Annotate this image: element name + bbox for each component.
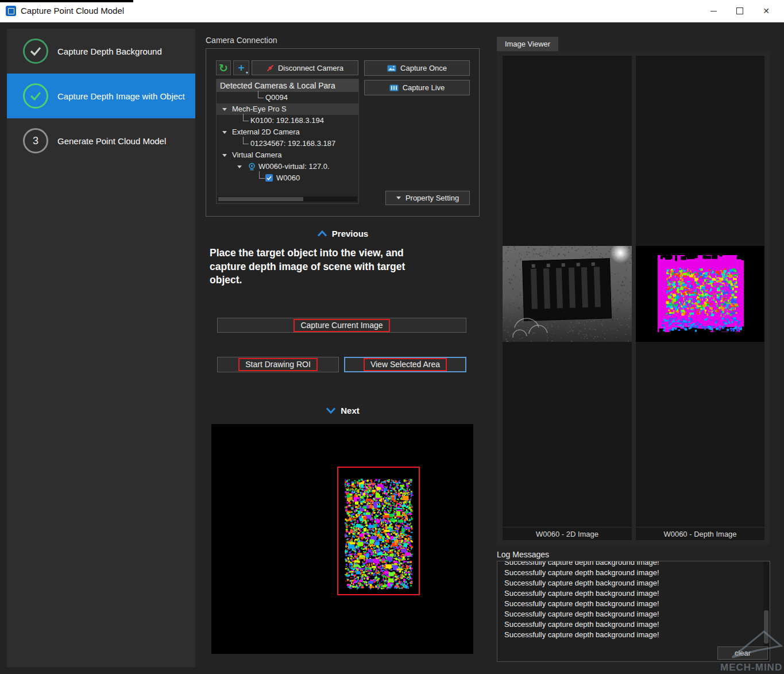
tree-item-w0060[interactable]: W0060 [217,172,358,184]
tree-item-external-2d-camera[interactable]: External 2D Camera [217,126,358,138]
step2-check-icon [23,83,48,109]
view-selected-area-button[interactable]: View Selected Area [344,357,466,372]
expand-arrow-icon [222,131,227,134]
tree-horizontal-scrollbar[interactable] [218,197,357,202]
log-line: Successfully capture depth background im… [497,561,770,568]
tutorial-highlight: Capture Current Image [293,319,389,332]
tree-line [259,171,265,179]
step-capture-depth-background[interactable]: Capture Depth Background [7,29,195,74]
tree-item-mech-eye-pro-s[interactable]: Mech-Eye Pro S [217,103,358,115]
refresh-cameras-button[interactable]: ↻ [216,60,231,75]
log-line: Successfully capture depth background im… [497,609,770,619]
checkbox-checked[interactable] [265,174,273,182]
image-viewer-panel: W0060 - 2D Image W0060 - Depth Image [497,51,770,545]
previous-step-link[interactable]: Previous [206,229,480,238]
maximize-button[interactable] [727,0,753,22]
tree-item-01234567[interactable]: 01234567: 192.168.3.187 [217,138,358,149]
tree-item-w0060-virtual[interactable]: W0060-virtual: 127.0. [217,161,358,172]
refresh-icon: ↻ [219,61,228,75]
disconnect-icon [267,64,274,72]
log-line: Successfully capture depth background im… [497,568,770,578]
webcam-icon [248,163,256,171]
camera-tree: Detected Cameras & Local Para Q0094 Mech… [216,79,359,204]
log-line: Successfully capture depth background im… [497,578,770,588]
tutorial-highlight: Start Drawing ROI [238,358,318,371]
image-icon [387,65,396,72]
tree-line [243,137,249,144]
next-step-link[interactable]: Next [206,406,480,415]
2d-image [503,246,632,342]
tab-image-viewer[interactable]: Image Viewer [497,37,558,51]
watermark-text: MECH-MIND [720,662,782,673]
capture-live-button[interactable]: Capture Live [364,80,470,95]
step2-label: Capture Depth Image with Object [57,74,185,118]
log-line: Successfully capture depth background im… [497,599,770,609]
tree-item-virtual-camera[interactable]: Virtual Camera [217,149,358,161]
chevron-down-icon [326,407,336,414]
expand-arrow-icon [222,108,227,111]
step3-number-icon: 3 [23,128,48,153]
window-title: Capture Point Cloud Model [21,0,124,22]
disconnect-camera-button[interactable]: Disconnect Camera [252,60,358,75]
camera-connection-title: Camera Connection [206,36,277,45]
chevron-down-icon [396,197,401,199]
capture-current-image-button[interactable]: Capture Current Image [217,318,466,333]
camera-connection-group: ↻ + ▾ Disconnect Camera Capture Once Cap… [206,48,480,217]
tree-item-q0094[interactable]: Q0094 [217,92,358,103]
log-line-list: Successfully capture depth background im… [497,561,770,640]
property-setting-button[interactable]: Property Setting [385,191,470,205]
log-messages-title: Log Messages [497,550,549,559]
start-drawing-roi-button[interactable]: Start Drawing ROI [217,357,339,372]
tutorial-highlight: View Selected Area [364,358,447,371]
live-frames-icon [389,84,399,91]
add-camera-button[interactable]: + ▾ [233,60,249,75]
log-messages-box: Successfully capture depth background im… [497,561,770,662]
point-cloud-view[interactable] [211,424,473,654]
capture-once-button[interactable]: Capture Once [364,60,470,76]
caption-depth-image: W0060 - Depth Image [636,527,764,540]
top-edge-strip [0,0,133,2]
caption-2d-image: W0060 - 2D Image [503,527,632,540]
step-generate-point-cloud-model[interactable]: 3 Generate Point Cloud Model [7,118,195,163]
titlebar: Capture Point Cloud Model ✕ [0,0,784,22]
log-line: Successfully capture depth background im… [497,588,770,599]
scrollbar-thumb[interactable] [218,197,303,201]
clear-log-button[interactable]: clear [717,646,768,660]
log-line: Successfully capture depth background im… [497,619,770,630]
expand-arrow-icon [222,154,227,157]
roi-rectangle[interactable] [337,467,420,595]
instruction-text: Place the target object into the view, a… [210,247,438,287]
plus-icon: + [238,61,244,74]
app-icon [6,6,16,16]
chevron-down-icon: ▾ [246,70,248,75]
wizard-step-sidebar: Capture Depth Background Capture Depth I… [7,29,195,667]
step1-check-icon [23,38,48,64]
step1-label: Capture Depth Background [57,29,162,74]
chevron-up-icon [317,230,327,237]
tree-item-k0100[interactable]: K0100: 192.168.3.194 [217,115,358,126]
depth-image [636,246,764,342]
tree-line [243,114,249,121]
minimize-button[interactable] [700,0,727,22]
log-line: Successfully capture depth background im… [497,630,770,640]
viewer-depth-image-pane[interactable]: W0060 - Depth Image [636,56,764,540]
tree-line [258,91,264,98]
viewer-2d-image-pane[interactable]: W0060 - 2D Image [503,56,632,540]
step3-label: Generate Point Cloud Model [57,118,166,163]
tree-root-detected-cameras[interactable]: Detected Cameras & Local Para [217,79,358,92]
scrollbar-thumb[interactable] [764,610,768,644]
expand-arrow-icon [237,165,242,168]
step-capture-depth-image-with-object[interactable]: Capture Depth Image with Object [7,74,195,118]
close-button[interactable]: ✕ [753,0,779,22]
